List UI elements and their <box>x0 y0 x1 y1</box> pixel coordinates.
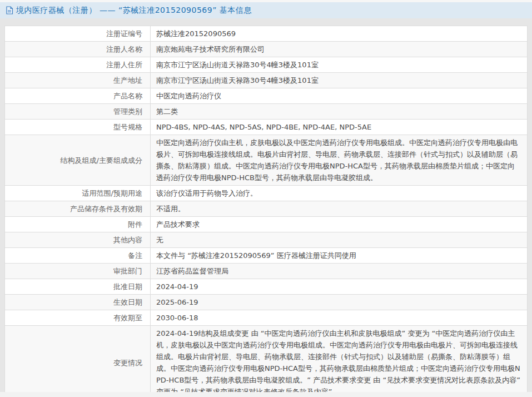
table-row: 其他内容 无 <box>5 232 528 248</box>
table-row: 注册人名称 南京炮苑电子技术研究所有限公司 <box>5 42 528 57</box>
row-value: 产品技术要求 <box>151 217 528 232</box>
table-row: 附件 产品技术要求 <box>5 217 528 232</box>
row-value: 江苏省药品监督管理局 <box>151 264 528 279</box>
row-value: 2025-06-19 <box>151 295 528 310</box>
row-value: 本文件与 “苏械注准20152090569” 医疗器械注册证共同使用 <box>151 248 528 264</box>
table-row: 生效日期 2025-06-19 <box>5 295 528 310</box>
table-row: 审批部门 江苏省药品监督管理局 <box>5 264 528 279</box>
document-icon <box>6 6 13 14</box>
row-label: 适用范围/预期用途 <box>5 186 151 201</box>
row-value: 该治疗仪适用于药物导入治疗。 <box>151 186 528 201</box>
registration-info-table: 注册证编号 苏械注准20152090569 注册人名称 南京炮苑电子技术研究所有… <box>4 26 528 397</box>
table-row: 管理类别 第二类 <box>5 104 528 120</box>
row-label: 结构及组成/主要组成成分 <box>5 135 151 186</box>
row-label: 批准日期 <box>5 279 151 295</box>
row-label: 审批部门 <box>5 264 151 279</box>
table-row: 型号规格 NPD-4BS, NPD-4AS, NPD-5AS, NPD-4BE,… <box>5 120 528 135</box>
row-label: 注册证编号 <box>5 26 151 42</box>
row-value: 2030-06-18 <box>151 310 528 326</box>
row-label: 其他内容 <box>5 232 151 248</box>
table-row: 批准日期 2024-04-19 <box>5 279 528 295</box>
row-value: NPD-4BS, NPD-4AS, NPD-5AS, NPD-4BE, NPD-… <box>151 120 528 135</box>
table-row: 有效期至 2030-06-18 <box>5 310 528 326</box>
table-row: 产品储存条件及有效期 不适用。 <box>5 201 528 217</box>
table-row: 产品名称 中医定向透药治疗仪 <box>5 88 528 104</box>
table-row: 适用范围/预期用途 该治疗仪适用于药物导入治疗。 <box>5 186 528 201</box>
row-value: 不适用。 <box>151 201 528 217</box>
row-label: 产品储存条件及有效期 <box>5 201 151 217</box>
row-value: 2024-04-19结构及组成变更 由 “中医定向透药治疗仪由主机和皮肤电极组成… <box>151 326 528 397</box>
row-label: 生产地址 <box>5 73 151 88</box>
page-title: 境内医疗器械（注册） —— “苏械注准20152090569” 基本信息 <box>16 6 252 16</box>
row-label: 管理类别 <box>5 104 151 120</box>
row-label: 备注 <box>5 248 151 264</box>
page-header: 境内医疗器械（注册） —— “苏械注准20152090569” 基本信息 <box>0 2 532 18</box>
row-value: 中医定向透药治疗仪 <box>151 88 528 104</box>
row-label: 附件 <box>5 217 151 232</box>
table-row: 备注 本文件与 “苏械注准20152090569” 医疗器械注册证共同使用 <box>5 248 528 264</box>
row-value: 南京市江宁区汤山街道天禄路30号4幢3楼及101室 <box>151 73 528 88</box>
row-value: 2024-04-19 <box>151 279 528 295</box>
row-label: 生效日期 <box>5 295 151 310</box>
row-label: 变更情况 <box>5 326 151 397</box>
page-footer-strip <box>0 392 532 397</box>
row-value: 苏械注准20152090569 <box>151 26 528 42</box>
table-row: 注册证编号 苏械注准20152090569 <box>5 26 528 42</box>
row-label: 有效期至 <box>5 310 151 326</box>
table-row: 结构及组成/主要组成成分 中医定向透药治疗仪由主机，皮肤电极以及中医定向透药治疗… <box>5 135 528 186</box>
row-value: 中医定向透药治疗仪由主机，皮肤电极以及中医定向透药治疗仪专用电极组成。中医定向透… <box>151 135 528 186</box>
table-row: 生产地址 南京市江宁区汤山街道天禄路30号4幢3楼及101室 <box>5 73 528 88</box>
row-value: 南京炮苑电子技术研究所有限公司 <box>151 42 528 57</box>
row-label: 注册人名称 <box>5 42 151 57</box>
row-value: 无 <box>151 232 528 248</box>
row-label: 注册人住所 <box>5 57 151 73</box>
table-row: 变更情况 2024-04-19结构及组成变更 由 “中医定向透药治疗仪由主机和皮… <box>5 326 528 397</box>
row-value: 南京市江宁区汤山街道天禄路30号4幢3楼及101室 <box>151 57 528 73</box>
row-label: 产品名称 <box>5 88 151 104</box>
row-label: 型号规格 <box>5 120 151 135</box>
table-row: 注册人住所 南京市江宁区汤山街道天禄路30号4幢3楼及101室 <box>5 57 528 73</box>
registration-info: 注册证编号 苏械注准20152090569 注册人名称 南京炮苑电子技术研究所有… <box>4 26 528 397</box>
row-value: 第二类 <box>151 104 528 120</box>
